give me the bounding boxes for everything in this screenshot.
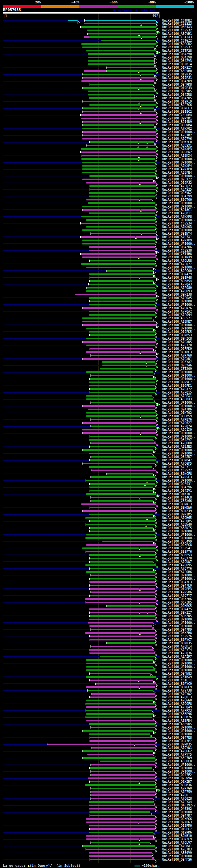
subject-label[interactable]: UniRef100_A7NXQ2 [162,127,192,130]
subject-label[interactable]: UniRef100_Q9FN83 [162,672,192,675]
subject-label[interactable]: UniRef100_A7Q7Y6 [162,567,192,570]
subject-label[interactable]: UniRef100_UPI000.. [162,327,195,330]
subject-label[interactable]: UniRef100_B9INY4 [162,232,192,235]
hsp-bar[interactable] [89,832,153,833]
subject-label[interactable]: UniRef100_UPI000.. [162,205,195,208]
hsp-bar[interactable] [89,561,153,563]
subject-label[interactable]: UniRef100_A7QGF8 [162,702,192,706]
subject-label[interactable]: UniRef100_B9N2F9 [162,838,192,841]
hsp-bar[interactable] [89,36,156,38]
hsp-bar[interactable] [86,182,156,184]
hsp-bar[interactable] [80,236,156,238]
hsp-bar[interactable] [90,859,155,860]
subject-label[interactable]: UniRef100_Q947D9 [162,628,192,631]
hsp-bar[interactable] [86,659,153,661]
subject-label[interactable]: UniRef100_A7QYW1 [162,746,192,749]
hsp-bar[interactable] [91,795,155,796]
subject-label[interactable]: UniRef100_C6ZS26 [162,634,192,638]
hsp-bar[interactable] [90,104,156,105]
hsp-bar[interactable] [86,716,152,718]
hsp-bar[interactable] [86,662,155,664]
hsp-bar[interactable] [86,226,155,227]
subject-label[interactable]: UniRef100_A7Q7X1 [162,235,192,239]
hsp-bar[interactable] [75,294,156,295]
subject-label[interactable]: UniRef100_UPI000.. [162,202,195,205]
hsp-bar[interactable] [89,459,156,461]
hsp-bar[interactable] [106,67,156,68]
hsp-bar[interactable] [91,747,155,748]
hsp-bar[interactable] [81,43,156,45]
subject-label[interactable]: UniRef100_A7QHI4 [162,645,192,648]
subject-label[interactable]: UniRef100_A7R759 [162,790,192,794]
subject-label[interactable]: UniRef100_C6ZS37 [162,45,192,49]
hsp-bar[interactable] [89,314,155,316]
hsp-bar[interactable] [102,365,156,366]
subject-label[interactable]: UniRef100_Q84ZV6 [162,486,192,489]
subject-label[interactable]: UniRef100_Q2HRG5 [162,604,192,608]
subject-label[interactable]: UniRef100_UPI000.. [162,770,195,773]
hsp-bar[interactable] [90,392,155,393]
hsp-bar[interactable] [86,398,153,400]
hsp-bar[interactable] [82,341,156,343]
subject-label[interactable]: UniRef100_B9GFK1 [162,384,192,388]
subject-label[interactable]: UniRef100_UPI000.. [162,577,195,581]
hsp-bar[interactable] [91,787,156,789]
hsp-bar[interactable] [89,649,153,651]
subject-label[interactable]: UniRef100_UPI000.. [162,174,195,178]
subject-label[interactable]: UniRef100_B9N1M5 [162,513,192,516]
subject-label[interactable]: UniRef100_A7QH65 [162,516,192,520]
subject-label[interactable]: UniRef100_Q19PJ2 [162,181,192,184]
subject-label[interactable]: UniRef100_A7QGG0 [162,699,192,702]
subject-label[interactable]: UniRef100_C6ZS32 [162,29,192,32]
subject-label[interactable]: UniRef100_Q2XPG8 [162,543,192,547]
hsp-bar[interactable] [90,639,155,641]
hsp-bar[interactable] [89,554,155,556]
subject-label[interactable]: UniRef100_B9HF53 [162,553,192,557]
hsp-bar[interactable] [81,503,156,505]
hsp-bar[interactable] [89,680,153,681]
subject-label[interactable]: UniRef100_Q19PJ3 [162,86,192,90]
subject-label[interactable]: UniRef100_A7R5E3 [162,475,192,479]
subject-label[interactable]: UniRef100_B9P7G6 [162,103,192,106]
subject-label[interactable]: UniRef100_UPI000.. [162,374,195,377]
subject-label[interactable]: UniRef100_A7QXD2 [162,134,192,137]
subject-label[interactable]: UniRef100_UPI000.. [162,218,195,222]
hsp-bar[interactable] [89,615,155,617]
hsp-bar[interactable] [86,371,153,373]
subject-label[interactable]: UniRef100_B9NCF8 [162,472,192,475]
subject-label[interactable]: UniRef100_B9NCF3 [162,106,192,110]
hsp-bar[interactable] [87,754,153,755]
hsp-bar[interactable] [91,355,156,356]
hsp-bar[interactable] [82,46,154,48]
subject-label[interactable]: UniRef100_A2Q1X9 [162,428,192,431]
subject-label[interactable]: UniRef100_Q947E2 [162,773,192,777]
hsp-bar[interactable] [89,385,155,386]
hsp-bar[interactable] [91,764,155,766]
hsp-bar[interactable] [82,432,156,434]
hsp-bar[interactable] [82,77,156,79]
subject-label[interactable]: UniRef100_Q6XZH5 [162,601,192,604]
hsp-bar[interactable] [86,571,155,573]
subject-label[interactable]: UniRef100_A7Q6Z7 [162,421,192,425]
hsp-bar[interactable] [80,118,156,119]
subject-label[interactable]: UniRef100_A7PYT1 [162,465,192,469]
hsp-bar[interactable] [82,111,156,113]
hsp-bar[interactable] [91,575,155,576]
subject-label[interactable]: UniRef100_C6ZS38 [162,249,192,252]
hsp-bar[interactable] [86,544,156,546]
subject-label[interactable]: UniRef100_UPI000.. [162,266,195,269]
subject-label[interactable]: UniRef100_A7QHI1 [162,794,192,797]
hsp-bar[interactable] [86,848,155,850]
subject-label[interactable]: UniRef100_UPI000.. [162,766,195,770]
subject-label[interactable]: UniRef100_UPI000.. [162,377,195,380]
hsp-bar[interactable] [89,331,155,333]
hsp-bar[interactable] [86,670,155,671]
hsp-bar[interactable] [89,304,155,305]
subject-label[interactable]: UniRef100_A7QXD5 [162,340,192,344]
hsp-bar[interactable] [90,581,155,583]
hsp-bar[interactable] [91,500,153,502]
hsp-bar[interactable] [82,172,155,173]
hsp-bar[interactable] [89,260,155,261]
subject-label[interactable]: UniRef100_A5BFD4 [162,719,192,722]
hsp-bar[interactable] [89,439,153,441]
